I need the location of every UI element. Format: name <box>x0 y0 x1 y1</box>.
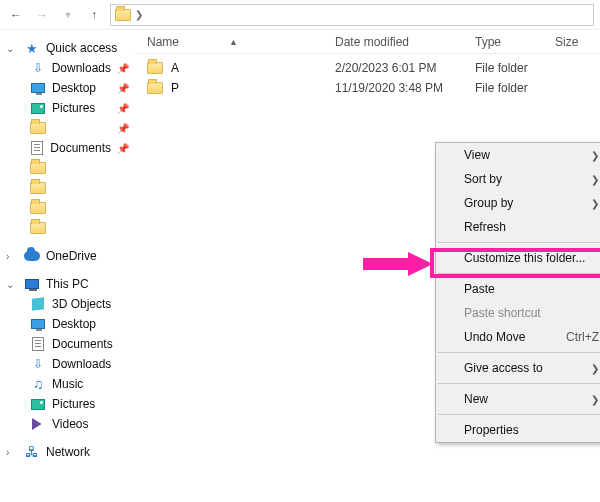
pin-icon: 📌 <box>117 83 129 94</box>
chevron-right-icon: › <box>6 447 18 458</box>
folder-icon <box>30 200 46 216</box>
toolbar: ← → ▼ ↑ ❯ <box>0 0 600 30</box>
download-icon: ⇩ <box>30 356 46 372</box>
sidebar-item-music[interactable]: ♫Music <box>4 374 131 394</box>
music-icon: ♫ <box>30 376 46 392</box>
ctx-view[interactable]: View❯ <box>436 143 600 167</box>
back-button[interactable]: ← <box>6 5 26 25</box>
sidebar-item-3d-objects[interactable]: 3D Objects <box>4 294 131 314</box>
ctx-customize[interactable]: Customize this folder... <box>436 246 600 270</box>
desktop-icon <box>30 316 46 332</box>
column-size[interactable]: Size <box>555 35 600 49</box>
folder-icon <box>30 180 46 196</box>
chevron-down-icon: ⌄ <box>6 279 18 290</box>
sidebar-item-folder[interactable]: 📌 <box>4 118 131 138</box>
star-icon: ★ <box>24 40 40 56</box>
ctx-new[interactable]: New❯ <box>436 387 600 411</box>
folder-icon <box>147 82 163 94</box>
address-bar[interactable]: ❯ <box>110 4 594 26</box>
sidebar-item-folder[interactable] <box>4 178 131 198</box>
sidebar-item-documents[interactable]: Documents <box>4 334 131 354</box>
sidebar-item-folder[interactable] <box>4 198 131 218</box>
column-type[interactable]: Type <box>475 35 555 49</box>
folder-icon <box>30 120 46 136</box>
navigation-pane: ⌄ ★ Quick access ⇩ Downloads📌 Desktop📌 P… <box>0 30 135 502</box>
pin-icon: 📌 <box>117 123 129 134</box>
ctx-group-by[interactable]: Group by❯ <box>436 191 600 215</box>
annotation-arrow <box>363 252 433 279</box>
cloud-icon <box>24 248 40 264</box>
svg-marker-0 <box>363 252 433 276</box>
ctx-refresh[interactable]: Refresh <box>436 215 600 239</box>
network-icon: 🖧 <box>24 444 40 460</box>
folder-icon <box>147 62 163 74</box>
pin-icon: 📌 <box>117 103 129 114</box>
cube-icon <box>30 296 46 312</box>
pictures-icon <box>30 100 46 116</box>
column-date[interactable]: Date modified <box>335 35 475 49</box>
chevron-right-icon: ❯ <box>135 9 143 20</box>
ctx-undo-move[interactable]: Undo MoveCtrl+Z <box>436 325 600 349</box>
ctx-paste[interactable]: Paste <box>436 277 600 301</box>
file-row[interactable]: A 2/20/2023 6:01 PM File folder <box>135 58 600 78</box>
sidebar-item-desktop[interactable]: Desktop📌 <box>4 78 131 98</box>
documents-icon <box>29 140 44 156</box>
folder-icon <box>30 220 46 236</box>
chevron-right-icon: ❯ <box>591 198 599 209</box>
forward-button[interactable]: → <box>32 5 52 25</box>
sidebar-item-documents[interactable]: Documents📌 <box>4 138 131 158</box>
videos-icon <box>30 416 46 432</box>
sort-indicator-icon: ▲ <box>229 37 238 47</box>
ctx-sort-by[interactable]: Sort by❯ <box>436 167 600 191</box>
chevron-down-icon: ⌄ <box>6 43 18 54</box>
sidebar-this-pc[interactable]: ⌄ This PC <box>4 274 131 294</box>
sidebar-item-downloads[interactable]: ⇩ Downloads📌 <box>4 58 131 78</box>
chevron-right-icon: ❯ <box>591 363 599 374</box>
ctx-properties[interactable]: Properties <box>436 418 600 442</box>
chevron-right-icon: › <box>6 251 18 262</box>
chevron-right-icon: ❯ <box>591 150 599 161</box>
ctx-paste-shortcut[interactable]: Paste shortcut <box>436 301 600 325</box>
column-headers: Name▲ Date modified Type Size <box>135 30 600 54</box>
desktop-icon <box>30 80 46 96</box>
sidebar-item-pictures[interactable]: Pictures📌 <box>4 98 131 118</box>
documents-icon <box>30 336 46 352</box>
file-row[interactable]: P 11/19/2020 3:48 PM File folder <box>135 78 600 98</box>
ctx-give-access[interactable]: Give access to❯ <box>436 356 600 380</box>
up-button[interactable]: ↑ <box>84 5 104 25</box>
file-list-area[interactable]: Name▲ Date modified Type Size A 2/20/202… <box>135 30 600 502</box>
sidebar-item-desktop[interactable]: Desktop <box>4 314 131 334</box>
sidebar-quick-access[interactable]: ⌄ ★ Quick access <box>4 38 131 58</box>
sidebar-item-pictures[interactable]: Pictures <box>4 394 131 414</box>
sidebar-network[interactable]: › 🖧 Network <box>4 442 131 462</box>
pin-icon: 📌 <box>117 63 129 74</box>
folder-icon <box>30 160 46 176</box>
pin-icon: 📌 <box>117 143 129 154</box>
sidebar-item-folder[interactable] <box>4 158 131 178</box>
sidebar-item-downloads[interactable]: ⇩Downloads <box>4 354 131 374</box>
folder-icon <box>115 9 131 21</box>
recent-dropdown[interactable]: ▼ <box>58 5 78 25</box>
chevron-right-icon: ❯ <box>591 394 599 405</box>
sidebar-item-videos[interactable]: Videos <box>4 414 131 434</box>
pc-icon <box>24 276 40 292</box>
pictures-icon <box>30 396 46 412</box>
sidebar-onedrive[interactable]: › OneDrive <box>4 246 131 266</box>
chevron-right-icon: ❯ <box>591 174 599 185</box>
download-icon: ⇩ <box>30 60 46 76</box>
column-name[interactable]: Name▲ <box>135 35 335 49</box>
sidebar-item-folder[interactable] <box>4 218 131 238</box>
context-menu: View❯ Sort by❯ Group by❯ Refresh Customi… <box>435 142 600 443</box>
